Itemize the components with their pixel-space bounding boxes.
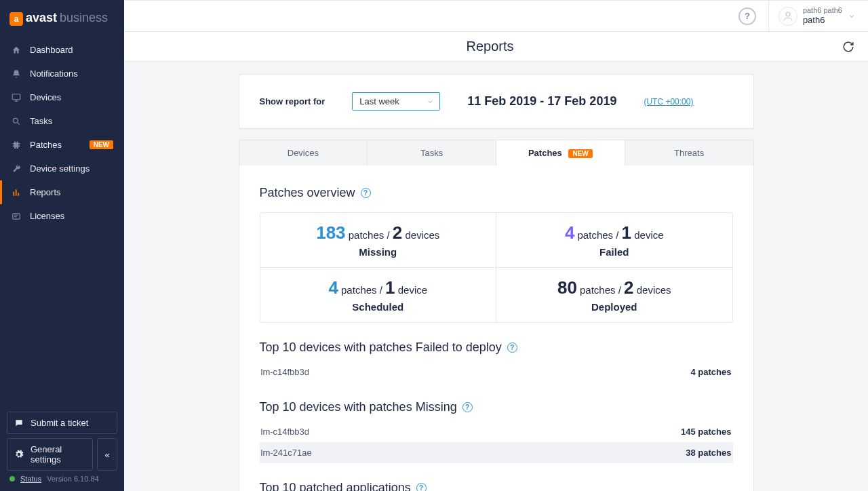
main: ? path6 path6 path6 Reports Show bbox=[124, 0, 868, 491]
timezone-link[interactable]: (UTC +00:00) bbox=[644, 97, 693, 106]
sidebar-item-device-settings[interactable]: Device settings bbox=[0, 157, 124, 180]
logo: a avast business bbox=[0, 0, 124, 38]
help-icon: ? bbox=[745, 11, 750, 21]
help-button[interactable]: ? bbox=[738, 7, 756, 25]
submit-ticket-button[interactable]: Submit a ticket bbox=[7, 412, 117, 434]
nav-label: Notifications bbox=[30, 68, 78, 79]
stat-patches: 183 bbox=[316, 222, 345, 243]
overview-deployed: 80 patches / 2 devices Deployed bbox=[496, 268, 732, 322]
status-dot-icon bbox=[9, 476, 15, 482]
version-label: Version 6.10.84 bbox=[47, 475, 98, 483]
info-icon[interactable]: ? bbox=[361, 188, 371, 198]
tab-label: Threats bbox=[674, 148, 704, 158]
info-icon[interactable]: ? bbox=[416, 483, 427, 491]
patch-count: 145 patches bbox=[681, 427, 731, 437]
info-icon[interactable]: ? bbox=[462, 402, 473, 412]
nav-label: Reports bbox=[30, 187, 61, 197]
topbar: ? path6 path6 path6 bbox=[124, 0, 868, 32]
stat-noun: patches bbox=[578, 229, 614, 241]
collapse-sidebar-button[interactable]: « bbox=[97, 438, 117, 471]
user-name-bottom: path6 bbox=[803, 15, 842, 26]
refresh-icon bbox=[842, 41, 854, 53]
overview-missing: 183 patches / 2 devices Missing bbox=[260, 213, 497, 268]
sidebar-item-devices[interactable]: Devices bbox=[0, 85, 124, 109]
page-title: Reports bbox=[138, 39, 842, 54]
nav-label: Tasks bbox=[30, 116, 52, 126]
user-icon bbox=[782, 10, 794, 22]
sidebar-item-reports[interactable]: Reports bbox=[0, 180, 124, 204]
stat-noun: device bbox=[398, 284, 427, 296]
stat-patches: 4 bbox=[565, 222, 574, 243]
sidebar-item-licenses[interactable]: Licenses bbox=[0, 204, 124, 228]
section-title-text: Top 10 devices with patches Failed to de… bbox=[260, 340, 502, 355]
tabs: Devices Tasks Patches NEW Threats bbox=[239, 140, 754, 165]
stat-devices: 2 bbox=[393, 222, 402, 243]
stat-patches: 80 bbox=[557, 277, 577, 298]
refresh-button[interactable] bbox=[842, 41, 854, 53]
tab-tasks[interactable]: Tasks bbox=[368, 140, 496, 165]
chevron-down-icon bbox=[848, 12, 856, 20]
overview-title: Patches overview ? bbox=[260, 186, 733, 200]
nav-label: Device settings bbox=[30, 163, 90, 174]
stat-noun: patches bbox=[349, 229, 384, 241]
user-menu[interactable]: path6 path6 path6 bbox=[768, 1, 856, 31]
sidebar-item-tasks[interactable]: Tasks bbox=[0, 109, 124, 133]
general-settings-label: General settings bbox=[31, 444, 85, 465]
tab-patches[interactable]: Patches NEW bbox=[496, 140, 625, 165]
stat-label: Missing bbox=[267, 246, 490, 258]
stat-noun: devices bbox=[405, 229, 439, 241]
license-icon bbox=[11, 212, 22, 221]
tab-label: Patches bbox=[528, 148, 562, 158]
failed-section-title: Top 10 devices with patches Failed to de… bbox=[260, 340, 733, 355]
stat-noun: device bbox=[634, 229, 663, 241]
missing-section-title: Top 10 devices with patches Missing ? bbox=[260, 400, 733, 414]
stat-label: Scheduled bbox=[267, 301, 490, 313]
chevron-down-icon bbox=[427, 98, 434, 105]
submit-ticket-label: Submit a ticket bbox=[31, 418, 88, 428]
wrench-icon bbox=[11, 164, 22, 174]
patch-count: 4 patches bbox=[691, 367, 732, 377]
stat-label: Deployed bbox=[503, 301, 726, 313]
status-row: Status Version 6.10.84 bbox=[7, 471, 117, 486]
tab-devices[interactable]: Devices bbox=[239, 140, 368, 165]
stat-label: Failed bbox=[503, 246, 726, 258]
svg-point-3 bbox=[786, 12, 790, 16]
list-item[interactable]: lm-241c71ae 38 patches bbox=[260, 442, 733, 463]
stat-noun: devices bbox=[637, 284, 671, 296]
logo-avast: avast bbox=[26, 11, 57, 25]
sidebar-item-dashboard[interactable]: Dashboard bbox=[0, 38, 124, 62]
content-scroll[interactable]: Show report for Last week 11 Feb 2019 - … bbox=[124, 62, 868, 491]
apps-section-title: Top 10 patched applications ? bbox=[260, 481, 733, 491]
section-title-text: Top 10 devices with patches Missing bbox=[260, 400, 457, 414]
nav-label: Dashboard bbox=[30, 45, 73, 55]
new-badge: NEW bbox=[90, 140, 113, 149]
tab-label: Tasks bbox=[420, 148, 443, 158]
stat-devices: 1 bbox=[385, 277, 395, 298]
monitor-icon bbox=[11, 93, 22, 102]
report-range-select[interactable]: Last week bbox=[352, 92, 440, 111]
avatar bbox=[778, 7, 797, 26]
stat-devices: 1 bbox=[622, 222, 631, 243]
tab-threats[interactable]: Threats bbox=[625, 140, 753, 165]
nav-label: Patches bbox=[30, 140, 62, 150]
logo-mark-icon: a bbox=[9, 12, 23, 26]
patch-icon bbox=[11, 140, 22, 150]
stat-noun: patches bbox=[341, 284, 377, 296]
stat-noun: patches bbox=[580, 284, 616, 296]
patch-count: 38 patches bbox=[686, 448, 731, 458]
page-header: Reports bbox=[124, 32, 868, 62]
info-icon[interactable]: ? bbox=[507, 342, 517, 353]
svg-point-1 bbox=[13, 118, 18, 123]
sidebar-item-notifications[interactable]: Notifications bbox=[0, 62, 124, 85]
list-item[interactable]: lm-c14fbb3d 145 patches bbox=[260, 421, 733, 442]
new-badge: NEW bbox=[568, 149, 592, 158]
sidebar-item-patches[interactable]: Patches NEW bbox=[0, 133, 124, 157]
list-item[interactable]: lm-c14fbb3d 4 patches bbox=[260, 361, 733, 382]
sidebar: a avast business Dashboard Notifications… bbox=[0, 0, 124, 491]
status-link[interactable]: Status bbox=[20, 475, 41, 483]
overview-scheduled: 4 patches / 1 device Scheduled bbox=[260, 268, 497, 322]
device-name: lm-c14fbb3d bbox=[261, 367, 310, 377]
general-settings-button[interactable]: General settings bbox=[7, 438, 93, 471]
search-icon bbox=[11, 117, 22, 126]
user-name-top: path6 path6 bbox=[803, 6, 842, 15]
